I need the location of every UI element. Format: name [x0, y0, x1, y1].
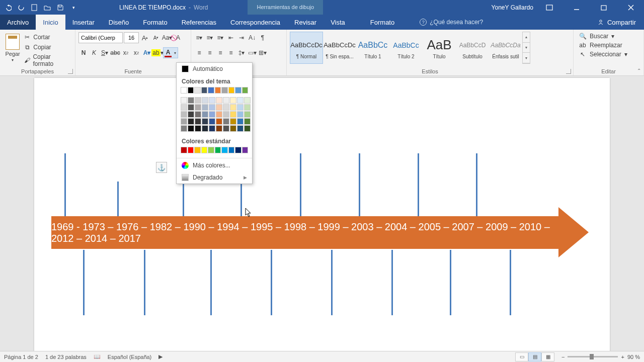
tab-design[interactable]: Diseño: [102, 15, 136, 30]
tab-drawing-format[interactable]: Formato: [363, 15, 401, 30]
read-mode-button[interactable]: ▭: [515, 352, 528, 361]
color-swatch[interactable]: [244, 111, 251, 118]
color-swatch[interactable]: [181, 118, 187, 125]
ribbon-display-button[interactable]: [538, 0, 560, 15]
color-swatch[interactable]: [216, 125, 222, 132]
color-swatch[interactable]: [216, 111, 222, 118]
timeline-tick[interactable]: [418, 153, 419, 219]
more-colors-item[interactable]: Más colores...: [177, 159, 252, 171]
color-swatch[interactable]: [230, 97, 236, 104]
timeline-tick[interactable]: [510, 250, 511, 315]
color-swatch[interactable]: [242, 147, 249, 153]
color-swatch[interactable]: [209, 111, 215, 118]
grow-font-button[interactable]: A▴: [140, 32, 150, 43]
format-painter-button[interactable]: 🖌Copiar formato: [22, 53, 72, 68]
color-swatch[interactable]: [244, 118, 251, 125]
qat-customize-button[interactable]: ▾: [67, 2, 79, 14]
style-item[interactable]: AaBbCcDc¶ Sin espa...: [323, 32, 356, 64]
color-swatch[interactable]: [195, 125, 201, 132]
font-name-combo[interactable]: Calibri (Cuerp: [78, 32, 123, 43]
bullets-button[interactable]: ≡▾: [194, 32, 204, 43]
tab-home[interactable]: Inicio: [36, 15, 65, 30]
multilevel-button[interactable]: ≡▾: [215, 32, 225, 43]
user-name[interactable]: YoneY Gallardo: [492, 4, 533, 11]
superscript-button[interactable]: x2: [131, 47, 141, 58]
cut-button[interactable]: ✂Cortar: [22, 33, 72, 42]
share-button[interactable]: Compartir: [589, 15, 644, 30]
color-swatch[interactable]: [244, 104, 251, 111]
page-indicator[interactable]: Página 1 de 2: [4, 354, 38, 360]
timeline-tick[interactable]: [391, 250, 393, 315]
timeline-tick[interactable]: [331, 250, 333, 315]
timeline-tick[interactable]: [359, 153, 360, 219]
gallery-more-button[interactable]: ▾: [523, 53, 530, 63]
color-swatch[interactable]: [209, 125, 215, 132]
color-swatch[interactable]: [202, 97, 208, 104]
shrink-font-button[interactable]: A▾: [151, 32, 161, 43]
tab-review[interactable]: Revisar: [287, 15, 324, 30]
maximize-button[interactable]: [593, 0, 615, 15]
font-size-combo[interactable]: 16: [124, 32, 139, 43]
color-swatch[interactable]: [201, 87, 208, 94]
tab-mailings[interactable]: Correspondencia: [223, 15, 287, 30]
sort-button[interactable]: A↓: [247, 32, 257, 43]
tab-view[interactable]: Vista: [324, 15, 352, 30]
gallery-up-button[interactable]: ▴: [523, 32, 530, 43]
color-swatch[interactable]: [188, 97, 194, 104]
color-swatch[interactable]: [202, 125, 208, 132]
timeline-arrow-shape[interactable]: 1969 - 1973 – 1976 – 1982 – 1990 – 1994 …: [51, 216, 588, 249]
color-swatch[interactable]: [201, 147, 208, 153]
word-count[interactable]: 1 de 23 palabras: [45, 354, 87, 360]
increase-indent-button[interactable]: ⇥: [236, 32, 247, 43]
color-swatch[interactable]: [237, 97, 244, 104]
color-swatch[interactable]: [181, 87, 187, 94]
style-item[interactable]: AaBbCcDSubtítulo: [456, 32, 489, 64]
color-swatch[interactable]: [230, 125, 236, 132]
web-layout-button[interactable]: ▦: [541, 352, 554, 361]
color-swatch[interactable]: [181, 111, 187, 118]
color-swatch[interactable]: [230, 118, 236, 125]
color-swatch[interactable]: [237, 104, 244, 111]
color-swatch[interactable]: [181, 147, 187, 153]
color-swatch[interactable]: [202, 111, 208, 118]
color-swatch[interactable]: [237, 111, 244, 118]
select-button[interactable]: ↖Seleccionar ▾: [577, 50, 640, 59]
color-swatch[interactable]: [235, 147, 242, 153]
italic-button[interactable]: K: [89, 47, 99, 58]
color-swatch[interactable]: [195, 118, 201, 125]
color-swatch[interactable]: [209, 104, 215, 111]
style-item[interactable]: AaBbCcTítulo 2: [389, 32, 423, 64]
timeline-tick[interactable]: [271, 250, 272, 315]
change-case-button[interactable]: Aa▾: [162, 32, 172, 43]
font-color-button[interactable]: A ▾: [163, 47, 178, 58]
color-swatch[interactable]: [181, 97, 187, 104]
object-anchor-icon[interactable]: ⚓: [156, 162, 167, 173]
style-item[interactable]: AaBbCcDaÉnfasis sutil: [489, 32, 522, 64]
text-effects-button[interactable]: A▾: [142, 47, 152, 58]
timeline-tick[interactable]: [83, 250, 85, 315]
minimize-button[interactable]: [566, 0, 588, 15]
document-area[interactable]: ⚓ 1969 - 1973 – 1976 – 1982 – 1990 – 199…: [0, 76, 644, 351]
timeline-tick[interactable]: [300, 153, 301, 219]
zoom-out-button[interactable]: −: [561, 354, 565, 360]
underline-button[interactable]: S▾: [100, 47, 110, 58]
color-swatch[interactable]: [209, 118, 215, 125]
styles-gallery[interactable]: AaBbCcDc¶ NormalAaBbCcDc¶ Sin espa...AaB…: [290, 32, 570, 64]
color-swatch[interactable]: [237, 118, 244, 125]
automatic-color-item[interactable]: Automático: [177, 63, 252, 75]
style-item[interactable]: AaBbCcTítulo 1: [356, 32, 389, 64]
color-swatch[interactable]: [194, 87, 201, 94]
styles-dialog-launcher[interactable]: [566, 69, 571, 74]
color-swatch[interactable]: [188, 87, 194, 94]
copy-button[interactable]: ⧉Copiar: [22, 43, 72, 52]
color-swatch[interactable]: [209, 97, 215, 104]
gallery-down-button[interactable]: ▾: [523, 43, 530, 53]
replace-button[interactable]: abReemplazar: [577, 41, 640, 50]
align-center-button[interactable]: ≡: [205, 47, 215, 58]
color-swatch[interactable]: [223, 125, 229, 132]
gradient-item[interactable]: Degradado ▶: [177, 171, 252, 184]
shading-button[interactable]: ▭▾: [247, 47, 257, 58]
color-swatch[interactable]: [223, 104, 229, 111]
zoom-slider[interactable]: [568, 356, 618, 357]
align-right-button[interactable]: ≡: [215, 47, 225, 58]
